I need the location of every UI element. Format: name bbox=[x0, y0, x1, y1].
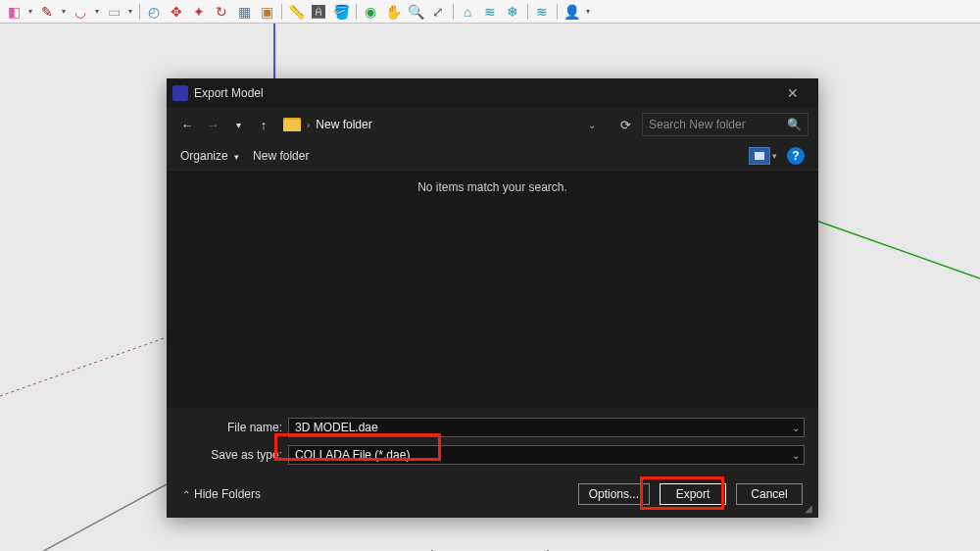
paint-icon[interactable]: 🪣 bbox=[330, 1, 352, 23]
components-icon[interactable]: ❄ bbox=[502, 1, 523, 23]
path-breadcrumb[interactable]: › New folder ⌄ bbox=[278, 113, 609, 136]
organize-button[interactable]: Organize ▾ bbox=[180, 149, 239, 163]
filename-input[interactable]: 3D MODEL.dae ⌄ bbox=[288, 418, 805, 437]
close-button[interactable]: ✕ bbox=[773, 85, 812, 101]
zoom-icon[interactable]: 🔍 bbox=[405, 1, 426, 23]
text-icon[interactable]: 🅰 bbox=[308, 1, 329, 23]
path-dropdown[interactable]: ⌄ bbox=[580, 120, 604, 130]
nav-up-button[interactable]: ↑ bbox=[253, 114, 274, 135]
filename-label: File name: bbox=[180, 421, 288, 434]
saveas-type-select[interactable]: COLLADA File (*.dae) ⌄ bbox=[288, 445, 805, 465]
saveas-label: Save as type: bbox=[180, 448, 288, 462]
user-icon[interactable]: 👤 bbox=[561, 1, 582, 23]
view-thumbnail-icon bbox=[749, 147, 770, 165]
orbit2-icon[interactable]: ◉ bbox=[360, 1, 381, 23]
offset-icon[interactable]: ▣ bbox=[256, 1, 277, 23]
rotate-icon[interactable]: ↻ bbox=[211, 1, 232, 23]
nav-row: ← → ▾ ↑ › New folder ⌄ ⟳ Search New fold… bbox=[167, 108, 818, 141]
options-button[interactable]: Options... bbox=[578, 483, 650, 505]
search-icon: 🔍 bbox=[787, 118, 802, 131]
toolbar-dropdown[interactable]: ▾ bbox=[59, 1, 69, 22]
folder-icon bbox=[283, 118, 301, 131]
chevron-down-icon[interactable]: ⌄ bbox=[792, 423, 800, 433]
toolbar-dropdown[interactable]: ▾ bbox=[92, 1, 102, 22]
dialog-titlebar: Export Model ✕ bbox=[167, 78, 818, 108]
dialog-footer: ⌃ Hide Folders Options... Export Cancel … bbox=[167, 471, 818, 518]
svg-line-2 bbox=[0, 337, 167, 396]
toolbar-dropdown[interactable]: ▾ bbox=[583, 1, 593, 22]
refresh-button[interactable]: ⟳ bbox=[612, 118, 638, 132]
dialog-title: Export Model bbox=[194, 86, 264, 100]
breadcrumb-folder[interactable]: New folder bbox=[316, 118, 371, 131]
export-model-dialog: Export Model ✕ ← → ▾ ↑ › New folder ⌄ ⟳ … bbox=[167, 78, 818, 518]
toolbar-dropdown[interactable]: ▾ bbox=[25, 1, 35, 22]
breadcrumb-separator: › bbox=[307, 120, 310, 130]
chevron-down-icon: ▾ bbox=[234, 152, 239, 162]
orbit-icon[interactable]: ◴ bbox=[143, 1, 165, 23]
layers-icon[interactable]: ≋ bbox=[479, 1, 501, 23]
styles-icon[interactable]: ≋ bbox=[531, 1, 553, 23]
new-folder-button[interactable]: New folder bbox=[253, 149, 309, 163]
view-mode-button[interactable]: ▾ bbox=[749, 147, 777, 165]
svg-line-3 bbox=[0, 484, 167, 551]
toolbar-dropdown[interactable]: ▾ bbox=[125, 1, 135, 22]
warehouse-icon[interactable]: ⌂ bbox=[457, 1, 478, 23]
move-icon[interactable]: ✦ bbox=[188, 1, 210, 23]
rect-icon[interactable]: ▭ bbox=[103, 1, 124, 23]
export-button[interactable]: Export bbox=[660, 483, 726, 505]
resize-grip[interactable]: ◢ bbox=[805, 503, 812, 514]
form-area: File name: 3D MODEL.dae ⌄ Save as type: … bbox=[167, 408, 818, 471]
hide-folders-toggle[interactable]: ⌃ Hide Folders bbox=[182, 487, 261, 501]
nav-back-button[interactable]: ← bbox=[176, 114, 198, 135]
arc-icon[interactable]: ◡ bbox=[70, 1, 91, 23]
search-placeholder: Search New folder bbox=[649, 118, 746, 131]
tape-icon[interactable]: 📏 bbox=[285, 1, 307, 23]
eraser-icon[interactable]: ◧ bbox=[3, 1, 24, 23]
pan-icon[interactable]: ✥ bbox=[166, 1, 187, 23]
svg-line-1 bbox=[813, 220, 980, 278]
empty-state-message: No items match your search. bbox=[417, 180, 567, 408]
chevron-up-icon: ⌃ bbox=[182, 489, 190, 500]
chevron-down-icon[interactable]: ⌄ bbox=[792, 450, 800, 461]
chevron-down-icon: ▾ bbox=[772, 151, 777, 161]
search-input[interactable]: Search New folder 🔍 bbox=[642, 113, 808, 136]
nav-forward-button[interactable]: → bbox=[202, 114, 223, 135]
file-list-area: No items match your search. bbox=[167, 171, 818, 408]
toolbar-row: Organize ▾ New folder ▾ ? bbox=[167, 141, 818, 171]
app-icon bbox=[172, 85, 188, 101]
scale-icon[interactable]: ▦ bbox=[233, 1, 255, 23]
cancel-button[interactable]: Cancel bbox=[736, 483, 803, 505]
pencil-icon[interactable]: ✎ bbox=[36, 1, 58, 23]
help-button[interactable]: ? bbox=[787, 147, 805, 165]
hand-icon[interactable]: ✋ bbox=[382, 1, 404, 23]
nav-history-dropdown[interactable]: ▾ bbox=[227, 114, 249, 135]
sketchup-toolbar: ◧▾ ✎▾ ◡▾ ▭▾ ◴ ✥ ✦ ↻ ▦ ▣ 📏 🅰 🪣 ◉ ✋ 🔍 ⤢ ⌂ … bbox=[0, 0, 980, 24]
zoom-extents-icon[interactable]: ⤢ bbox=[427, 1, 449, 23]
